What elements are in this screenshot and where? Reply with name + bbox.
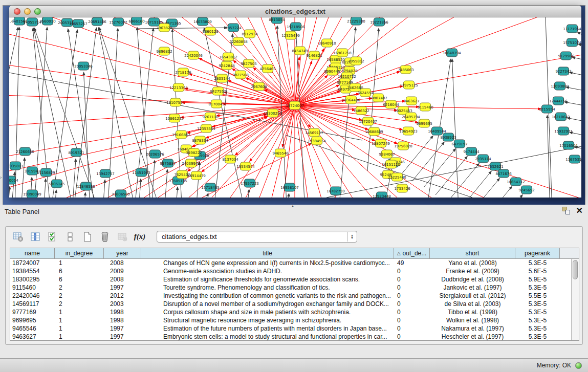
column-header-out_degree[interactable]: △out_de... bbox=[394, 248, 430, 258]
graph-node[interactable]: 20691406 bbox=[88, 17, 106, 26]
graph-node[interactable]: 12444156 bbox=[549, 97, 568, 105]
graph-node[interactable]: 6479197 bbox=[451, 140, 467, 148]
function-builder-button[interactable]: f(x) bbox=[132, 230, 147, 244]
select-all-button[interactable] bbox=[45, 230, 60, 244]
graph-node[interactable]: 10654112 bbox=[507, 178, 525, 186]
graph-node[interactable]: 12923448 bbox=[373, 192, 391, 198]
graph-node[interactable]: 9896802 bbox=[156, 47, 172, 55]
graph-node[interactable]: 8813054 bbox=[269, 17, 285, 24]
table-row[interactable]: 1938455462009Genome-wide association stu… bbox=[10, 267, 579, 275]
graph-node[interactable]: 8878334 bbox=[192, 136, 208, 144]
table-row[interactable]: 969969511998Structural magnetic resonanc… bbox=[10, 316, 579, 324]
graph-node[interactable]: 17957223 bbox=[241, 179, 259, 187]
graph-node[interactable]: 12093882 bbox=[551, 82, 569, 90]
graph-node[interactable]: 15932971 bbox=[554, 127, 573, 135]
graph-node[interactable]: 21229300 bbox=[347, 17, 365, 25]
graph-node[interactable]: 13942757 bbox=[96, 169, 115, 178]
table-header-row[interactable]: namein_degreeyeartitle△out_de...shortpag… bbox=[10, 248, 579, 259]
graph-node[interactable]: 1733426 bbox=[394, 184, 410, 192]
graph-node[interactable]: 9227343 bbox=[555, 67, 571, 75]
graph-node[interactable]: 12213364 bbox=[169, 83, 188, 92]
graph-node[interactable]: 11171954 bbox=[563, 25, 581, 33]
table-row[interactable]: 1830029562008Estimation of significance … bbox=[10, 275, 579, 283]
graph-node[interactable]: 9245652 bbox=[518, 186, 534, 194]
graph-node[interactable]: 16958107 bbox=[280, 183, 299, 191]
column-header-in_degree[interactable]: in_degree bbox=[55, 248, 104, 258]
graph-node[interactable]: 4756465 bbox=[259, 64, 275, 73]
column-header-short[interactable]: short bbox=[430, 248, 515, 258]
graph-node[interactable]: 12325419 bbox=[281, 31, 300, 39]
graph-node[interactable]: 19390049 bbox=[23, 190, 41, 198]
graph-node[interactable]: 8215954 bbox=[539, 105, 555, 113]
graph-node[interactable]: 6966160 bbox=[128, 17, 144, 25]
close-window-icon[interactable] bbox=[14, 8, 20, 15]
graph-node[interactable]: 18640910 bbox=[318, 39, 336, 47]
graph-node[interactable]: 21606500 bbox=[112, 190, 130, 198]
graph-node[interactable]: 17975125 bbox=[400, 81, 418, 89]
rows-button[interactable] bbox=[62, 230, 78, 244]
graph-node[interactable]: 1935011 bbox=[9, 162, 24, 170]
sidebar-collapse-icon[interactable]: ▹ bbox=[0, 175, 2, 180]
graph-node[interactable]: 2935114 bbox=[475, 155, 491, 163]
column-header-name[interactable]: name bbox=[10, 248, 55, 258]
table-row[interactable]: 946554611997Estimation of the future num… bbox=[10, 324, 579, 333]
graph-node[interactable]: 9384067 bbox=[379, 150, 395, 158]
network-canvas[interactable]: 8601566140557149560010200533171065325720… bbox=[9, 17, 581, 198]
graph-node[interactable]: 16033809 bbox=[193, 17, 212, 26]
graph-node[interactable]: 7486322 bbox=[353, 106, 369, 115]
network-window-titlebar[interactable]: citations_edges.txt bbox=[9, 6, 581, 17]
graph-node[interactable]: 15720407 bbox=[359, 117, 377, 125]
graph-node[interactable]: 8938923 bbox=[440, 133, 456, 141]
graph-node[interactable]: 9975887 bbox=[160, 159, 176, 167]
table-row[interactable]: 946362711997Embryonic stem cells: a mode… bbox=[10, 333, 579, 341]
graph-node[interactable]: 9242848 bbox=[219, 61, 234, 70]
graph-node[interactable]: 10861232 bbox=[165, 114, 184, 122]
graph-node[interactable]: 16782759 bbox=[326, 187, 345, 195]
graph-node[interactable]: 20364436 bbox=[342, 96, 360, 104]
panel-resize-handle[interactable]: ▴ bbox=[292, 204, 294, 208]
show-columns-button[interactable] bbox=[28, 230, 43, 244]
graph-node[interactable]: 8454749 bbox=[292, 47, 308, 55]
memory-status-icon[interactable] bbox=[575, 362, 582, 369]
graph-node[interactable]: 8912934 bbox=[242, 30, 258, 38]
graph-node[interactable]: 15276072 bbox=[109, 18, 127, 26]
graph-node[interactable]: 20206576 bbox=[146, 150, 164, 158]
graph-node[interactable]: 17016504 bbox=[559, 141, 578, 149]
graph-node[interactable]: 15751074 bbox=[563, 38, 581, 47]
graph-node[interactable]: 11675350 bbox=[565, 155, 581, 163]
graph-node[interactable]: 24039948 bbox=[182, 159, 200, 167]
graph-node[interactable]: 16210643 bbox=[552, 113, 570, 121]
graph-node[interactable]: 20053346 bbox=[74, 62, 93, 70]
close-panel-icon[interactable]: ✕ bbox=[576, 207, 583, 214]
graph-node[interactable]: 9115460 bbox=[417, 103, 433, 111]
graph-node[interactable]: 8310014 bbox=[9, 176, 18, 184]
graph-node[interactable]: 9699695 bbox=[416, 119, 432, 127]
column-header-title[interactable]: title bbox=[141, 248, 394, 258]
graph-node[interactable]: 10688609 bbox=[365, 127, 383, 136]
table-scrollbar[interactable] bbox=[571, 259, 579, 340]
graph-node[interactable]: 7857224 bbox=[225, 24, 242, 32]
graph-node[interactable]: 16648794 bbox=[443, 49, 461, 57]
graph-node[interactable]: 5905145 bbox=[49, 180, 64, 188]
column-header-year[interactable]: year bbox=[104, 248, 141, 258]
graph-node[interactable]: 9474444 bbox=[463, 147, 480, 156]
zoom-window-icon[interactable] bbox=[34, 8, 41, 15]
graph-node[interactable]: 18107554 bbox=[166, 98, 185, 106]
delete-columns-button[interactable] bbox=[97, 230, 113, 244]
graph-node[interactable]: 2718176 bbox=[175, 68, 191, 76]
minimize-window-icon[interactable] bbox=[24, 8, 31, 15]
graph-node[interactable]: 9463627 bbox=[403, 97, 419, 105]
float-panel-icon[interactable] bbox=[562, 207, 570, 214]
table-row[interactable]: 977716911998Corpus callosum shape and si… bbox=[10, 308, 579, 316]
resize-grip-icon[interactable] bbox=[9, 17, 15, 24]
column-header-pagerank[interactable]: pagerank bbox=[515, 248, 560, 258]
graph-node[interactable]: 9827508 bbox=[232, 71, 248, 79]
graph-node[interactable]: 12353554 bbox=[197, 124, 215, 133]
graph-node[interactable]: 7485063 bbox=[398, 65, 413, 74]
graph-node[interactable]: 19218506 bbox=[287, 23, 305, 31]
network-window[interactable]: citations_edges.txt 86015661405571495600… bbox=[9, 6, 581, 198]
table-row[interactable]: 1456911722003Disruption of a novel membe… bbox=[10, 300, 579, 308]
delete-table-button[interactable] bbox=[115, 230, 130, 244]
table-row[interactable]: 1872400712008Changes of HCN gene express… bbox=[10, 259, 579, 267]
table-mode-button[interactable] bbox=[10, 230, 26, 244]
